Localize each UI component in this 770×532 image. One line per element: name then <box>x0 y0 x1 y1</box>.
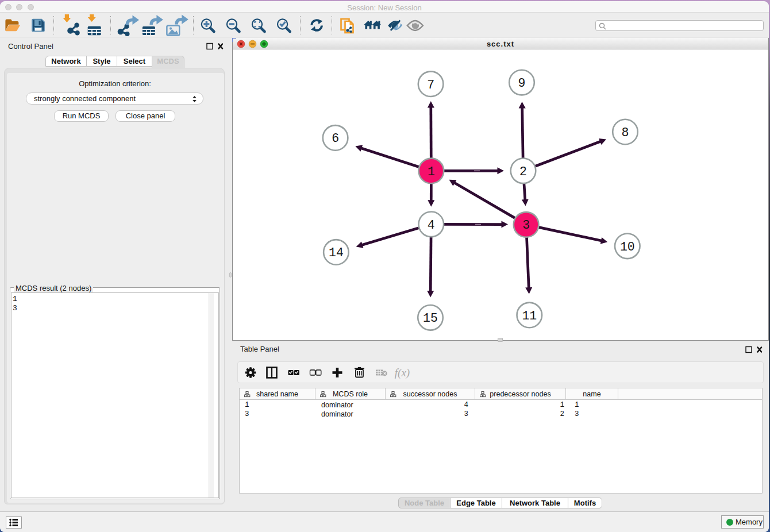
svg-text:15: 15 <box>423 311 438 325</box>
svg-text:10: 10 <box>620 240 635 254</box>
svg-text:4: 4 <box>428 218 435 232</box>
svg-text:2: 2 <box>519 165 527 179</box>
svg-text:6: 6 <box>332 132 339 145</box>
svg-text:11: 11 <box>522 309 537 323</box>
svg-text:9: 9 <box>518 76 526 90</box>
svg-text:8: 8 <box>622 126 629 140</box>
svg-text:f(x): f(x) <box>395 367 410 379</box>
svg-text:1: 1 <box>428 165 435 179</box>
svg-text:14: 14 <box>329 246 344 260</box>
svg-text:3: 3 <box>522 218 530 232</box>
svg-text:7: 7 <box>427 78 434 92</box>
